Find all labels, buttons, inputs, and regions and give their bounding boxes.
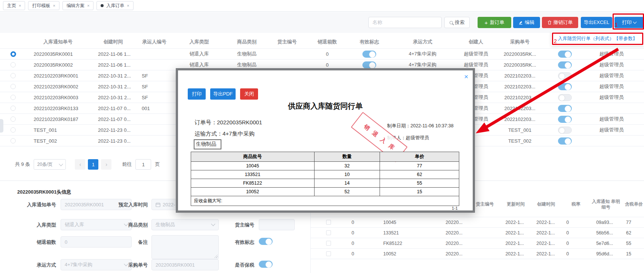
detail-cell: 20220...	[441, 249, 470, 259]
orders-cell: 2022102203...	[497, 103, 542, 113]
detail-row[interactable]: 0FK8512220220...2022-1...2022-1...05e7d6…	[311, 238, 644, 249]
orders-cell: 2022-10-31 2...	[90, 81, 137, 92]
orders-cell: 20220035RK0001	[26, 49, 90, 59]
orders-col-header: 货主编号	[267, 39, 307, 45]
detail-cell: 77	[621, 217, 644, 227]
orders-cell: SF	[137, 81, 172, 92]
search-input[interactable]: 名称	[368, 17, 442, 28]
goto-page-input[interactable]: 1	[135, 159, 151, 170]
orders-cell: 2022102203RK0187	[26, 114, 90, 124]
flag-toggle[interactable]	[558, 51, 572, 58]
row-checkbox[interactable]	[326, 220, 331, 225]
page-size-value: 20条/页	[37, 161, 52, 168]
flag-toggle[interactable]	[558, 61, 572, 69]
orders-cell: 2022102203...	[497, 114, 542, 124]
orders-cell	[587, 136, 636, 146]
new-order-button[interactable]: + 新订单	[478, 17, 511, 28]
detail-row[interactable]: 01005220220...2022-1...2022-1...095d6d..…	[311, 249, 644, 259]
modal-export-pdf-label: 导出PDF	[213, 91, 233, 97]
orders-cell: 2022102203RK0003	[26, 92, 90, 103]
flag-toggle[interactable]	[558, 127, 572, 134]
tab-print-template[interactable]: 打印模板 ×	[28, 1, 59, 10]
close-icon[interactable]: ×	[127, 4, 129, 8]
row-radio[interactable]	[10, 138, 16, 143]
row-radio[interactable]	[10, 127, 16, 133]
row-radio[interactable]	[10, 51, 16, 57]
doc-col-header: 数量	[314, 152, 380, 162]
total-count: 共 9 条	[15, 161, 30, 168]
row-checkbox[interactable]	[326, 230, 331, 235]
tab-home[interactable]: 主页 ×	[3, 1, 25, 10]
detail-cell	[409, 228, 441, 238]
row-radio[interactable]	[10, 106, 16, 111]
valid-toggle[interactable]	[362, 51, 376, 58]
row-checkbox[interactable]	[326, 251, 331, 256]
pagination: 共 9 条 20条/页 ‹ 1 › 前往 1 页	[15, 159, 160, 170]
table-row[interactable]: 20220035RK00012022-11-06 1...销退入库生物制品04+…	[0, 49, 644, 60]
return-boxes-label: 销退箱数	[7, 239, 56, 246]
print-button[interactable]: 打印	[614, 17, 644, 28]
row-radio[interactable]	[10, 95, 16, 100]
flag-toggle[interactable]	[558, 116, 572, 123]
prev-page-button[interactable]: ‹	[75, 159, 85, 170]
orders-cell: 20220035RK...	[497, 49, 542, 59]
flag-toggle[interactable]	[558, 72, 572, 79]
modal-close-button[interactable]: 关闭	[240, 88, 258, 100]
notice-no-label: 入库通知单号	[7, 201, 56, 208]
row-radio[interactable]	[10, 84, 16, 89]
row-radio[interactable]	[10, 116, 16, 122]
close-icon[interactable]: ×	[87, 4, 89, 8]
edit-button[interactable]: 编辑	[513, 17, 540, 28]
valid-toggle[interactable]	[362, 61, 376, 69]
orders-cell: TEST_001	[26, 125, 90, 135]
export-excel-button[interactable]: 导出EXCEL	[581, 17, 612, 28]
bonded-toggle[interactable]	[259, 261, 273, 268]
detail-cell	[409, 238, 441, 248]
flag-toggle[interactable]	[558, 94, 572, 101]
cancel-order-button[interactable]: 撤销订单	[542, 17, 578, 28]
flag-toggle[interactable]	[558, 105, 572, 112]
close-icon[interactable]: ×	[19, 4, 21, 8]
page-size-select[interactable]: 20条/页	[34, 159, 66, 170]
detail-row[interactable]: 013352120220...2022-1...2022-1...056b56.…	[311, 228, 644, 238]
row-checkbox[interactable]	[326, 241, 331, 246]
close-icon[interactable]: ×	[53, 4, 55, 8]
resize-handle-icon[interactable]	[214, 255, 218, 258]
detail-cell: 0	[561, 238, 591, 248]
cancel-order-label: 撤销订单	[553, 19, 573, 26]
doc-item-row: 100525215	[191, 188, 459, 196]
row-radio[interactable]	[10, 73, 16, 78]
print-menu-item[interactable]: 入库随货同行单（列表式）【带参数】	[551, 32, 644, 46]
detail-row[interactable]: 01004520220...2022-1...2022-1...009a93..…	[311, 217, 644, 228]
orders-cell: 超级管理员	[587, 60, 636, 70]
trash-icon	[548, 20, 552, 25]
modal-print-button[interactable]: 打印	[188, 88, 206, 100]
tab-edit-plan[interactable]: 编辑方案 ×	[62, 1, 93, 10]
search-placeholder: 名称	[372, 19, 382, 26]
modal-print-label: 打印	[192, 91, 202, 97]
tab-inbound-orders[interactable]: 入库订单 ×	[96, 1, 133, 10]
detail-cell	[409, 249, 441, 259]
export-excel-label: 导出EXCEL	[584, 19, 610, 26]
owner-no-label: 货主编号	[202, 222, 254, 228]
flag-toggle[interactable]	[558, 137, 572, 145]
valid-flag-toggle[interactable]	[259, 238, 273, 245]
next-page-button[interactable]: ›	[101, 159, 111, 170]
detail-cell: 2022-1...	[531, 217, 561, 227]
row-radio[interactable]	[10, 62, 16, 67]
valid-flag-label: 有效标志	[202, 239, 254, 246]
modal-export-pdf-button[interactable]: 导出PDF	[210, 88, 236, 100]
owner-no-input[interactable]	[259, 219, 295, 230]
orders-cell: TEST_002	[497, 136, 542, 146]
search-button-label: 搜索	[455, 19, 464, 26]
orders-cell: 2022102203...	[497, 92, 542, 103]
tab-label: 入库订单	[106, 3, 124, 9]
search-button[interactable]: 搜索	[444, 17, 470, 28]
orders-cell	[0, 103, 26, 113]
detail-cell: 2022-1...	[531, 249, 561, 259]
flag-toggle[interactable]	[558, 83, 572, 90]
page-1-button[interactable]: 1	[88, 159, 98, 170]
doc-item-row: FK851221455	[191, 179, 459, 188]
close-icon[interactable]: ×	[464, 73, 468, 81]
panel-collapse-handle[interactable]	[0, 119, 3, 133]
